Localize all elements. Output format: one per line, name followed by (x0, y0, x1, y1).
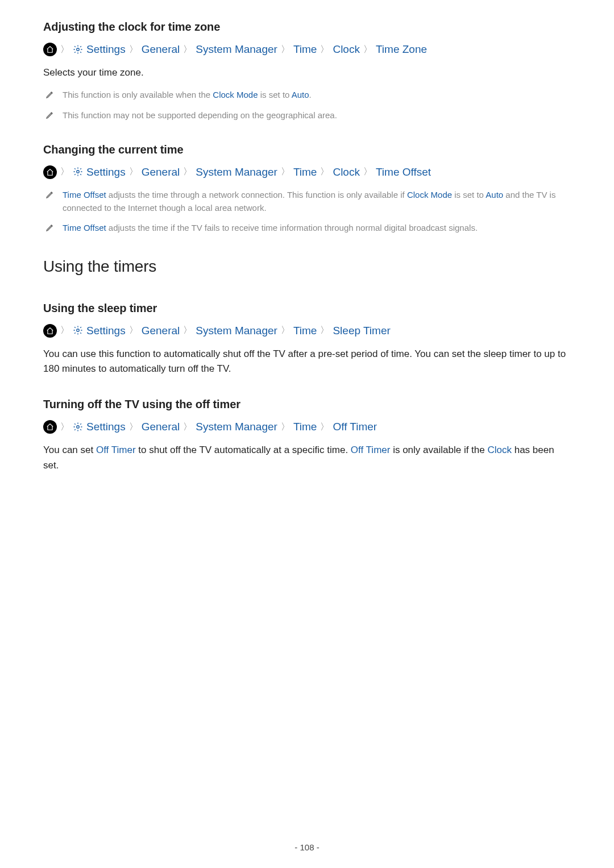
gear-icon (73, 165, 83, 178)
chevron-icon: 〉 (183, 421, 192, 433)
note-timeoffset-network: Time Offset adjusts the time through a n… (45, 188, 571, 215)
crumb-clock: Clock (333, 166, 360, 178)
crumb-time-zone: Time Zone (376, 43, 427, 56)
section-change-time: Changing the current time 〉 Settings 〉 G… (43, 143, 571, 235)
link-time-offset: Time Offset (63, 190, 106, 200)
breadcrumb-timezone: 〉 Settings 〉 General 〉 System Manager 〉 … (43, 43, 571, 56)
chevron-icon: 〉 (60, 325, 69, 337)
crumb-settings: Settings (86, 325, 126, 337)
home-icon (43, 165, 57, 179)
note-text: Time Offset adjusts the time if the TV f… (63, 221, 478, 234)
crumb-system-manager: System Manager (196, 166, 277, 178)
breadcrumb-timeoffset: 〉 Settings 〉 General 〉 System Manager 〉 … (43, 165, 571, 179)
crumb-off-timer: Off Timer (333, 421, 377, 433)
chevron-icon: 〉 (363, 44, 372, 56)
crumb-settings: Settings (86, 421, 126, 433)
note-text: This function may not be supported depen… (63, 109, 337, 122)
link-clock-mode: Clock Mode (407, 190, 452, 200)
chevron-icon: 〉 (183, 44, 192, 56)
svg-point-3 (77, 426, 80, 429)
crumb-system-manager: System Manager (196, 325, 277, 337)
chevron-icon: 〉 (281, 166, 290, 178)
chevron-icon: 〉 (129, 421, 138, 433)
chevron-icon: 〉 (281, 44, 290, 56)
pencil-icon (45, 89, 55, 102)
svg-point-0 (77, 48, 80, 51)
link-off-timer: Off Timer (96, 445, 136, 455)
chevron-icon: 〉 (320, 44, 329, 56)
link-off-timer: Off Timer (351, 445, 391, 455)
crumb-time: Time (293, 43, 317, 56)
body-text: You can use this function to automatical… (43, 347, 571, 377)
crumb-settings: Settings (86, 166, 126, 178)
link-clock-mode: Clock Mode (213, 90, 258, 99)
home-icon (43, 420, 57, 434)
chevron-icon: 〉 (60, 421, 69, 433)
gear-icon (73, 324, 83, 337)
crumb-settings: Settings (86, 43, 126, 56)
heading-sleep-timer: Using the sleep timer (43, 302, 571, 315)
crumb-system-manager: System Manager (196, 43, 277, 56)
link-time-offset: Time Offset (63, 223, 106, 232)
home-icon (43, 43, 57, 56)
chevron-icon: 〉 (129, 325, 138, 337)
home-icon (43, 324, 57, 338)
crumb-clock: Clock (333, 43, 360, 56)
chevron-icon: 〉 (60, 44, 69, 56)
crumb-general: General (142, 421, 180, 433)
crumb-general: General (142, 166, 180, 178)
note-clockmode-auto: This function is only available when the… (45, 88, 571, 101)
crumb-general: General (142, 43, 180, 56)
crumb-general: General (142, 325, 180, 337)
note-timeoffset-broadcast: Time Offset adjusts the time if the TV f… (45, 221, 571, 234)
body-text: Selects your time zone. (43, 65, 571, 80)
breadcrumb-offtimer: 〉 Settings 〉 General 〉 System Manager 〉 … (43, 420, 571, 434)
heading-off-timer: Turning off the TV using the off timer (43, 398, 571, 411)
link-clock: Clock (487, 445, 512, 455)
breadcrumb-sleeptimer: 〉 Settings 〉 General 〉 System Manager 〉 … (43, 324, 571, 338)
crumb-time: Time (293, 166, 317, 178)
chevron-icon: 〉 (320, 166, 329, 178)
pencil-icon (45, 222, 55, 235)
svg-point-2 (77, 329, 80, 332)
note-text: Time Offset adjusts the time through a n… (63, 188, 571, 215)
section-sleep-timer: Using the sleep timer 〉 Settings 〉 Gener… (43, 302, 571, 377)
chevron-icon: 〉 (320, 421, 329, 433)
gear-icon (73, 43, 83, 56)
section-adjust-clock: Adjusting the clock for time zone 〉 Sett… (43, 20, 571, 122)
chevron-icon: 〉 (129, 166, 138, 178)
crumb-time: Time (293, 421, 317, 433)
svg-point-1 (77, 171, 80, 173)
note-geo-area: This function may not be supported depen… (45, 109, 571, 122)
heading-using-timers: Using the timers (43, 258, 571, 276)
section-off-timer: Turning off the TV using the off timer 〉… (43, 398, 571, 473)
chevron-icon: 〉 (281, 325, 290, 337)
crumb-time-offset: Time Offset (376, 166, 431, 178)
chevron-icon: 〉 (129, 44, 138, 56)
heading-adjust-clock: Adjusting the clock for time zone (43, 20, 571, 34)
chevron-icon: 〉 (60, 166, 69, 178)
gear-icon (73, 421, 83, 434)
chevron-icon: 〉 (281, 421, 290, 433)
chevron-icon: 〉 (183, 325, 192, 337)
chevron-icon: 〉 (183, 166, 192, 178)
crumb-time: Time (293, 325, 317, 337)
crumb-sleep-timer: Sleep Timer (333, 325, 390, 337)
crumb-system-manager: System Manager (196, 421, 277, 433)
page-number: - 108 - (0, 842, 614, 852)
pencil-icon (45, 189, 55, 216)
chevron-icon: 〉 (320, 325, 329, 337)
chevron-icon: 〉 (363, 166, 372, 178)
body-text: You can set Off Timer to shut off the TV… (43, 443, 571, 473)
note-text: This function is only available when the… (63, 88, 312, 101)
heading-change-time: Changing the current time (43, 143, 571, 156)
pencil-icon (45, 110, 55, 123)
link-auto: Auto (486, 190, 503, 200)
link-auto: Auto (292, 90, 309, 99)
